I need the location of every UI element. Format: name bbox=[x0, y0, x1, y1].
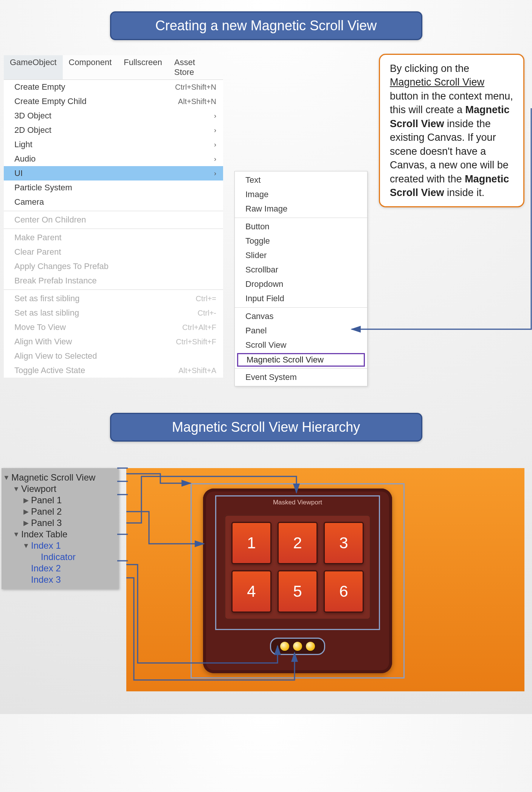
hierarchy-item-index-1[interactable]: Index 1 bbox=[2, 540, 119, 551]
tree-toggle-icon[interactable] bbox=[13, 531, 20, 538]
submenu-item-dropdown[interactable]: Dropdown bbox=[235, 277, 367, 291]
hierarchy-item-label: Index 1 bbox=[31, 540, 61, 551]
menu-item-light[interactable]: Light› bbox=[4, 137, 223, 152]
menu-item-label: 3D Object bbox=[14, 111, 51, 121]
hierarchy-panel: Magnetic Scroll ViewViewportPanel 1Panel… bbox=[2, 468, 119, 589]
submenu-item-panel[interactable]: Panel bbox=[235, 324, 367, 338]
menu-item-2d-object[interactable]: 2D Object› bbox=[4, 123, 223, 137]
menu-item-particle-system[interactable]: Particle System bbox=[4, 180, 223, 195]
hierarchy-item-index-3[interactable]: Index 3 bbox=[2, 574, 119, 585]
submenu-item-scroll-view[interactable]: Scroll View bbox=[235, 338, 367, 352]
submenu-item-label: Text bbox=[245, 175, 261, 185]
hierarchy-item-viewport[interactable]: Viewport bbox=[2, 483, 119, 495]
submenu-item-toggle[interactable]: Toggle bbox=[235, 234, 367, 248]
hierarchy-item-panel-1[interactable]: Panel 1 bbox=[2, 495, 119, 506]
submenu-item-text[interactable]: Text bbox=[235, 173, 367, 187]
menu-item-make-parent: Make Parent bbox=[4, 230, 223, 245]
menu-item-label: Center On Children bbox=[14, 215, 86, 225]
chevron-right-icon: › bbox=[214, 170, 216, 177]
hierarchy-item-label: Index Table bbox=[21, 529, 67, 540]
tree-toggle-icon[interactable] bbox=[3, 474, 10, 482]
ui-submenu: TextImageRaw ImageButtonToggleSliderScro… bbox=[234, 171, 368, 386]
tree-toggle-icon[interactable] bbox=[23, 519, 29, 527]
menu-separator bbox=[4, 289, 223, 290]
submenu-item-magnetic-scroll-view[interactable]: Magnetic Scroll View bbox=[237, 353, 365, 367]
panel-tile-5[interactable]: 5 bbox=[278, 570, 318, 613]
hierarchy-item-label: Viewport bbox=[21, 484, 56, 494]
hierarchy-item-panel-2[interactable]: Panel 2 bbox=[2, 506, 119, 517]
callout-explanation: By clicking on the Magnetic Scroll View … bbox=[379, 54, 524, 207]
menu-item-set-as-first-sibling: Set as first siblingCtrl+= bbox=[4, 291, 223, 306]
panel-tile-4[interactable]: 4 bbox=[231, 570, 271, 613]
viewport-frame: Masked Viewport 123456 bbox=[215, 495, 380, 630]
submenu-item-input-field[interactable]: Input Field bbox=[235, 291, 367, 306]
section-creating: GameObjectComponentFullscreenAsset Store… bbox=[0, 55, 532, 386]
menu-item-clear-parent: Clear Parent bbox=[4, 245, 223, 259]
panel-tile-1[interactable]: 1 bbox=[231, 522, 271, 564]
hierarchy-item-label: Panel 3 bbox=[31, 518, 62, 528]
panel-grid: 123456 bbox=[224, 514, 371, 620]
menubar: GameObjectComponentFullscreenAsset Store bbox=[4, 55, 223, 80]
submenu-item-button[interactable]: Button bbox=[235, 219, 367, 234]
menu-item-break-prefab-instance: Break Prefab Instance bbox=[4, 274, 223, 288]
index-dot-3[interactable] bbox=[306, 642, 315, 651]
menubar-item-asset-store[interactable]: Asset Store bbox=[168, 55, 223, 79]
panel-tile-2[interactable]: 2 bbox=[278, 522, 318, 564]
submenu-item-scrollbar[interactable]: Scrollbar bbox=[235, 263, 367, 277]
menu-item-label: Audio bbox=[14, 154, 36, 164]
menu-item-create-empty[interactable]: Create EmptyCtrl+Shift+N bbox=[4, 80, 223, 94]
submenu-item-canvas[interactable]: Canvas bbox=[235, 309, 367, 324]
tree-toggle-icon[interactable] bbox=[23, 542, 29, 550]
submenu-column: TextImageRaw ImageButtonToggleSliderScro… bbox=[234, 173, 368, 386]
submenu-item-raw-image[interactable]: Raw Image bbox=[235, 202, 367, 216]
tree-toggle-icon[interactable] bbox=[23, 496, 29, 504]
chevron-right-icon: › bbox=[214, 126, 216, 134]
banner-hierarchy: Magnetic Scroll View Hierarchy bbox=[110, 413, 422, 442]
index-dot-2[interactable] bbox=[293, 642, 302, 651]
menubar-item-fullscreen[interactable]: Fullscreen bbox=[118, 55, 168, 79]
submenu-item-label: Image bbox=[245, 190, 268, 199]
submenu-item-event-system[interactable]: Event System bbox=[235, 370, 367, 384]
hierarchy-item-indicator[interactable]: Indicator bbox=[2, 551, 119, 563]
menu-item-center-on-children: Center On Children bbox=[4, 213, 223, 227]
submenu-item-label: Panel bbox=[245, 326, 267, 336]
menu-item-label: Create Empty bbox=[14, 82, 65, 92]
hierarchy-item-magnetic-scroll-view[interactable]: Magnetic Scroll View bbox=[2, 472, 119, 483]
menu-item-3d-object[interactable]: 3D Object› bbox=[4, 109, 223, 123]
menubar-item-component[interactable]: Component bbox=[63, 55, 118, 79]
hierarchy-item-index-table[interactable]: Index Table bbox=[2, 529, 119, 540]
menu-separator bbox=[235, 307, 367, 308]
submenu-item-label: Input Field bbox=[245, 294, 284, 303]
hierarchy-item-label: Index 2 bbox=[31, 563, 61, 574]
device-outer-bounds: Masked Viewport 123456 bbox=[191, 483, 405, 678]
menu-separator bbox=[235, 368, 367, 369]
menu-item-label: Camera bbox=[14, 197, 44, 207]
panel-tile-6[interactable]: 6 bbox=[324, 570, 364, 613]
hierarchy-item-label: Panel 2 bbox=[31, 506, 62, 517]
submenu-item-slider[interactable]: Slider bbox=[235, 248, 367, 263]
section-hierarchy: Magnetic Scroll ViewViewportPanel 1Panel… bbox=[0, 457, 532, 691]
submenu-item-image[interactable]: Image bbox=[235, 187, 367, 202]
hierarchy-item-index-2[interactable]: Index 2 bbox=[2, 563, 119, 574]
menu-item-label: Move To View bbox=[14, 322, 66, 332]
menu-item-label: Set as first sibling bbox=[14, 294, 79, 303]
hierarchy-item-label: Magnetic Scroll View bbox=[11, 472, 95, 483]
menu-item-ui[interactable]: UI› bbox=[4, 166, 223, 180]
menu-item-label: Light bbox=[14, 140, 33, 149]
device-preview: Masked Viewport 123456 bbox=[126, 468, 524, 691]
tree-toggle-icon[interactable] bbox=[13, 485, 20, 493]
submenu-item-label: Toggle bbox=[245, 236, 270, 246]
menu-item-audio[interactable]: Audio› bbox=[4, 152, 223, 166]
menu-item-label: Apply Changes To Prefab bbox=[14, 261, 109, 271]
menu-item-label: Make Parent bbox=[14, 233, 62, 243]
panel-tile-3[interactable]: 3 bbox=[324, 522, 364, 564]
menu-item-camera[interactable]: Camera bbox=[4, 195, 223, 209]
menu-item-apply-changes-to-prefab: Apply Changes To Prefab bbox=[4, 259, 223, 274]
chevron-right-icon: › bbox=[214, 155, 216, 163]
tree-toggle-icon[interactable] bbox=[23, 507, 29, 516]
hierarchy-item-panel-3[interactable]: Panel 3 bbox=[2, 517, 119, 529]
menu-item-create-empty-child[interactable]: Create Empty ChildAlt+Shift+N bbox=[4, 94, 223, 109]
index-dot-1[interactable] bbox=[280, 642, 289, 651]
menubar-item-gameobject[interactable]: GameObject bbox=[4, 55, 63, 79]
submenu-item-label: Scroll View bbox=[245, 340, 286, 350]
